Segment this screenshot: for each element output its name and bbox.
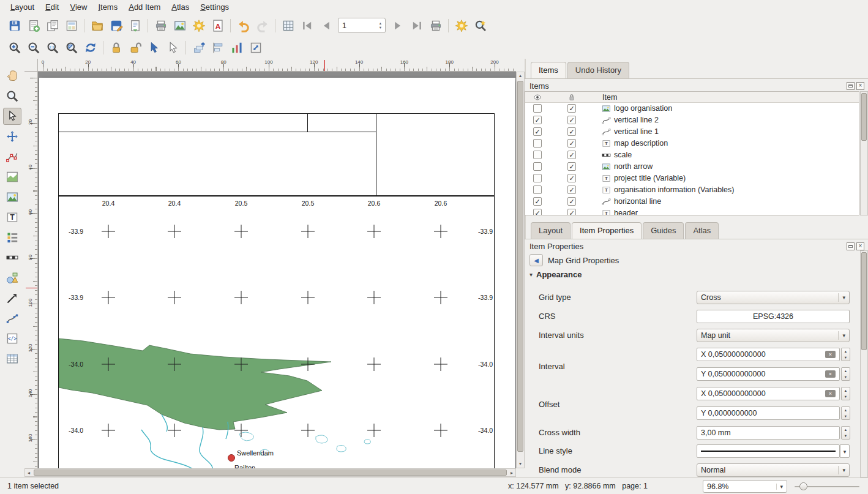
offset-x-spinner[interactable]: ▴▾ <box>841 387 850 400</box>
layout-manager-button[interactable] <box>62 17 81 35</box>
redo-button[interactable] <box>253 17 272 35</box>
lock-checkbox[interactable] <box>567 139 576 148</box>
tab-undo-history[interactable]: Undo History <box>567 62 629 78</box>
print-layout-button[interactable] <box>151 17 170 35</box>
add-legend-button[interactable] <box>3 229 21 246</box>
clear-field-icon[interactable]: × <box>825 370 836 378</box>
lock-checkbox[interactable] <box>567 162 576 171</box>
lock-checkbox[interactable] <box>567 209 576 215</box>
visibility-checkbox[interactable] <box>533 185 542 194</box>
menu-items[interactable]: Items <box>92 1 123 13</box>
atlas-settings-button[interactable] <box>471 17 490 35</box>
duplicate-layout-button[interactable] <box>43 17 62 35</box>
lock-checkbox[interactable] <box>567 197 576 206</box>
tab-guides[interactable]: Guides <box>643 222 684 239</box>
visibility-checkbox[interactable] <box>533 104 542 113</box>
raise-selected-items-button[interactable] <box>189 39 208 57</box>
interval-x-input[interactable]: X 0,050000000000 × <box>697 348 840 361</box>
cross-width-spinner[interactable]: ▴▾ <box>841 426 850 440</box>
clear-field-icon[interactable]: × <box>825 351 836 358</box>
tab-items[interactable]: Items <box>531 62 566 78</box>
zoom-slider[interactable] <box>795 486 859 487</box>
add-html-frame-button[interactable]: </> <box>3 330 21 347</box>
offset-y-input[interactable]: Y 0,0000000000 <box>697 406 840 420</box>
distribute-selected-items-button[interactable] <box>227 39 246 57</box>
undock-icon[interactable] <box>847 242 855 250</box>
select-move-item-button[interactable] <box>3 108 21 125</box>
menu-layout[interactable]: Layout <box>5 1 40 13</box>
lock-checkbox[interactable] <box>567 151 576 159</box>
horizontal-ruler[interactable]: 020406080100120140160180200 <box>38 59 516 72</box>
align-selected-items-button[interactable] <box>208 39 227 57</box>
interval-units-select[interactable]: Map unit ▾ <box>697 329 850 342</box>
visibility-checkbox[interactable] <box>533 151 542 159</box>
close-icon[interactable]: × <box>856 82 864 90</box>
item-row[interactable]: horizontal line <box>525 196 859 208</box>
scroll-down-icon[interactable]: ▾ <box>517 460 524 468</box>
unlock-all-items-button[interactable] <box>125 39 144 57</box>
scroll-left-icon[interactable]: ◂ <box>25 469 32 476</box>
item-row[interactable]: logo organisation <box>525 103 859 114</box>
grid-type-select[interactable]: Cross ▾ <box>697 291 850 304</box>
export-svg-button[interactable] <box>189 17 208 35</box>
add-node-item-button[interactable] <box>3 310 21 327</box>
line-style-button[interactable] <box>697 444 840 458</box>
menu-settings[interactable]: Settings <box>195 1 234 13</box>
preview-atlas-button[interactable] <box>279 17 297 35</box>
export-atlas-button[interactable] <box>452 17 471 35</box>
layout-page[interactable]: 20.420.420.520.520.620.6-33.9-33.9-33.9-… <box>39 78 515 468</box>
first-feature-button[interactable] <box>297 17 316 35</box>
item-row[interactable]: Tproject title (Variable) <box>525 173 859 184</box>
interval-y-spinner[interactable]: ▴▾ <box>841 367 850 381</box>
scroll-up-icon[interactable]: ▴ <box>517 72 524 80</box>
previous-feature-button[interactable] <box>316 17 335 35</box>
zoom-out-button[interactable] <box>24 39 43 57</box>
zoom-full-button[interactable] <box>62 39 81 57</box>
map-item[interactable]: 20.420.420.520.520.620.6-33.9-33.9-33.9-… <box>58 196 495 468</box>
horizontal-line-item[interactable] <box>58 132 376 132</box>
item-row[interactable]: scale <box>525 149 859 161</box>
menu-view[interactable]: View <box>64 1 92 13</box>
item-row[interactable]: Tmap description <box>525 138 859 149</box>
lock-selected-items-button[interactable] <box>107 39 125 57</box>
visibility-checkbox[interactable] <box>533 139 542 148</box>
blend-mode-select[interactable]: Normal ▾ <box>697 463 850 477</box>
cross-width-input[interactable]: 3,00 mm <box>697 426 840 440</box>
tab-atlas[interactable]: Atlas <box>685 222 719 239</box>
canvas-vertical-scrollbar[interactable]: ▴ ▾ <box>516 72 525 468</box>
line-style-dropdown[interactable]: ▾ <box>840 444 850 458</box>
edit-nodes-item-button[interactable] <box>3 148 21 165</box>
move-item-content-button[interactable] <box>3 128 21 145</box>
print-atlas-button[interactable] <box>426 17 445 35</box>
open-template-button[interactable] <box>88 17 107 35</box>
atlas-page-input[interactable]: 1▴▾ <box>338 18 386 33</box>
item-row[interactable]: Theader <box>525 208 859 215</box>
item-row[interactable]: north arrow <box>525 161 859 173</box>
visibility-checkbox[interactable] <box>533 174 542 182</box>
select-all-button[interactable] <box>144 39 163 57</box>
deselect-all-button[interactable] <box>163 39 182 57</box>
visibility-checkbox[interactable] <box>533 209 542 215</box>
add-shape-button[interactable] <box>3 269 21 286</box>
last-feature-button[interactable] <box>407 17 426 35</box>
visibility-checkbox[interactable] <box>533 116 542 124</box>
new-from-template-button[interactable] <box>125 17 144 35</box>
back-button[interactable]: ◀ <box>529 254 543 266</box>
lock-checkbox[interactable] <box>567 185 576 194</box>
zoom-in-button[interactable] <box>5 39 24 57</box>
add-scalebar-button[interactable] <box>3 249 21 266</box>
vertical-line-1-item[interactable] <box>376 113 376 196</box>
add-label-button[interactable]: T <box>3 209 21 226</box>
offset-y-spinner[interactable]: ▴▾ <box>841 406 850 420</box>
scrollbar-thumb[interactable] <box>861 93 867 141</box>
pan-tool-button[interactable] <box>3 67 21 84</box>
visibility-checkbox[interactable] <box>533 127 542 136</box>
offset-x-input[interactable]: X 0,050000000000 × <box>697 387 840 400</box>
interval-x-spinner[interactable]: ▴▾ <box>841 348 850 361</box>
item-row[interactable]: Torganisation information (Variables) <box>525 184 859 196</box>
properties-scrollbar[interactable] <box>860 250 868 477</box>
lock-checkbox[interactable] <box>567 104 576 113</box>
add-picture-button[interactable] <box>3 189 21 206</box>
item-row[interactable]: vertical line 2 <box>525 114 859 126</box>
zoom-slider-handle[interactable] <box>799 482 807 490</box>
